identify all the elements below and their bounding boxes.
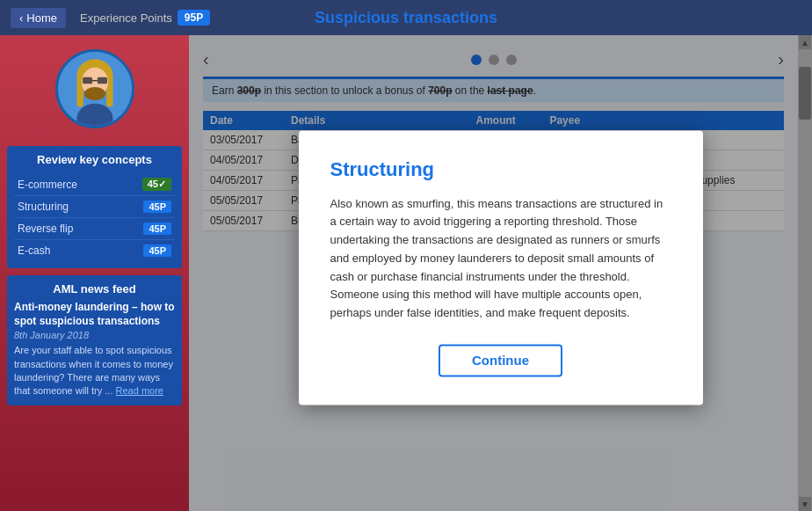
review-item-structuring[interactable]: Structuring 45P [14, 196, 175, 218]
svg-rect-6 [97, 77, 106, 84]
review-item-label: Reverse flip [18, 223, 73, 235]
news-section: AML news feed Anti-money laundering – ho… [7, 275, 182, 405]
review-item-badge: 45✓ [142, 178, 171, 191]
review-title: Review key concepts [14, 153, 175, 166]
review-item-label: E-commerce [18, 179, 77, 191]
review-item-ecommerce[interactable]: E-commerce 45✓ [14, 173, 175, 196]
news-headline: Anti-money laundering – how to spot susp… [14, 301, 175, 328]
modal-body: Also known as smurfing, this means trans… [330, 195, 671, 324]
exp-label: Experience Points [80, 11, 172, 25]
news-date: 8th January 2018 [14, 330, 175, 340]
news-title: AML news feed [14, 282, 175, 296]
page-title: Suspicious transactions [315, 9, 497, 27]
review-item-label: Structuring [18, 201, 69, 213]
read-more-link[interactable]: Read more [116, 385, 163, 396]
chevron-left-icon: ‹ [19, 11, 23, 25]
review-item-reverseflip[interactable]: Reverse flip 45P [14, 218, 175, 240]
modal-structuring: Structuring Also known as smurfing, this… [299, 130, 703, 405]
top-nav: ‹ Home Experience Points 95P Suspicious … [0, 0, 812, 35]
avatar-section [0, 35, 189, 139]
home-label: Home [26, 11, 57, 25]
news-body: Are your staff able to spot suspicious t… [14, 344, 175, 398]
exp-badge: 95P [178, 10, 210, 26]
home-button[interactable]: ‹ Home [11, 8, 66, 28]
svg-rect-5 [83, 77, 92, 84]
sidebar: Review key concepts E-commerce 45✓ Struc… [0, 35, 189, 511]
main-layout: Review key concepts E-commerce 45✓ Struc… [0, 35, 812, 511]
review-item-badge: 45P [143, 223, 171, 235]
review-item-ecash[interactable]: E-cash 45P [14, 240, 175, 261]
svg-point-8 [83, 87, 105, 100]
review-section: Review key concepts E-commerce 45✓ Struc… [7, 146, 182, 268]
continue-button[interactable]: Continue [439, 345, 562, 377]
avatar [55, 49, 134, 128]
modal-footer: Continue [330, 345, 671, 377]
review-item-badge: 45P [143, 245, 171, 257]
review-item-badge: 45P [143, 201, 171, 213]
modal-title: Structuring [330, 158, 671, 181]
review-item-label: E-cash [18, 245, 50, 257]
content-area: ‹ › Earn 300p in this section to unlock … [189, 35, 812, 511]
